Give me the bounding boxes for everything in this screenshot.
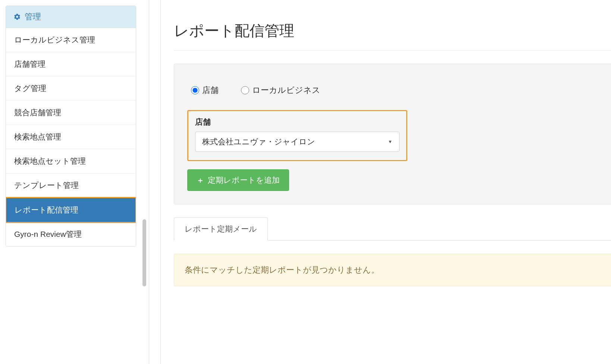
sidebar-item-label: ローカルビジネス管理 — [14, 35, 95, 44]
alert-message: 条件にマッチした定期レポートが見つかりません。 — [185, 265, 379, 274]
main-inner: レポート配信管理 店舗 ローカルビジネス 店舗 株式会社ユニヴァ・ジャイロン ▼ — [160, 0, 611, 364]
radio-group: 店舗 ローカルビジネス — [187, 85, 598, 96]
chevron-down-icon: ▼ — [388, 139, 392, 144]
sidebar-item-label: 検索地点管理 — [14, 132, 61, 141]
add-button-label: 定期レポートを追加 — [208, 175, 280, 185]
radio-option-local-business[interactable]: ローカルビジネス — [241, 85, 320, 96]
sidebar-item-label: テンプレート管理 — [14, 181, 79, 189]
store-field-highlight: 店舗 株式会社ユニヴァ・ジャイロン ▼ — [187, 110, 407, 161]
plus-icon: ＋ — [197, 175, 204, 185]
page-title: レポート配信管理 — [174, 21, 611, 41]
sidebar-item-local-business[interactable]: ローカルビジネス管理 — [6, 28, 136, 52]
main-container: レポート配信管理 店舗 ローカルビジネス 店舗 株式会社ユニヴァ・ジャイロン ▼ — [149, 0, 611, 364]
sidebar-item-label: 店舗管理 — [14, 60, 46, 68]
radio-label: 店舗 — [202, 85, 219, 96]
sidebar-item-store[interactable]: 店舗管理 — [6, 52, 136, 76]
radio-input-store[interactable] — [191, 86, 199, 94]
store-select[interactable]: 株式会社ユニヴァ・ジャイロン ▼ — [195, 132, 400, 152]
sidebar-header: 管理 — [6, 6, 136, 28]
tab-report-mail[interactable]: レポート定期メール — [174, 217, 268, 241]
sidebar-item-label: タグ管理 — [14, 84, 46, 92]
sidebar-item-label: 競合店舗管理 — [14, 108, 61, 117]
sidebar-item-search-point-set[interactable]: 検索地点セット管理 — [6, 149, 136, 173]
tab-label: レポート定期メール — [185, 225, 257, 233]
sidebar-item-report-delivery[interactable]: レポート配信管理 — [6, 197, 136, 223]
gear-icon — [13, 13, 21, 21]
scrollbar-thumb[interactable] — [142, 219, 146, 286]
divider — [174, 50, 611, 51]
sidebar-item-label: レポート配信管理 — [15, 205, 78, 214]
field-label-store: 店舗 — [195, 117, 400, 127]
sidebar-item-label: Gyro-n Review管理 — [14, 230, 82, 238]
tabs: レポート定期メール — [174, 217, 611, 241]
radio-label: ローカルビジネス — [252, 85, 320, 96]
sidebar-item-competitor[interactable]: 競合店舗管理 — [6, 101, 136, 125]
add-report-button[interactable]: ＋ 定期レポートを追加 — [187, 169, 289, 191]
sidebar-item-label: 検索地点セット管理 — [14, 157, 86, 165]
radio-input-local-business[interactable] — [241, 86, 249, 94]
sidebar-nav: 管理 ローカルビジネス管理 店舗管理 タグ管理 競合店舗管理 検索地点管理 検索… — [6, 6, 136, 247]
form-panel: 店舗 ローカルビジネス 店舗 株式会社ユニヴァ・ジャイロン ▼ ＋ 定期レポート… — [174, 64, 611, 204]
alert-no-results: 条件にマッチした定期レポートが見つかりません。 — [174, 254, 611, 286]
select-value: 株式会社ユニヴァ・ジャイロン — [202, 136, 315, 147]
sidebar: 管理 ローカルビジネス管理 店舗管理 タグ管理 競合店舗管理 検索地点管理 検索… — [0, 0, 142, 364]
scrollbar[interactable] — [142, 0, 147, 364]
radio-option-store[interactable]: 店舗 — [191, 85, 219, 96]
sidebar-item-search-point[interactable]: 検索地点管理 — [6, 125, 136, 149]
sidebar-item-template[interactable]: テンプレート管理 — [6, 173, 136, 198]
sidebar-item-gyron-review[interactable]: Gyro-n Review管理 — [6, 222, 136, 246]
sidebar-header-label: 管理 — [25, 11, 41, 22]
sidebar-item-tag[interactable]: タグ管理 — [6, 76, 136, 101]
